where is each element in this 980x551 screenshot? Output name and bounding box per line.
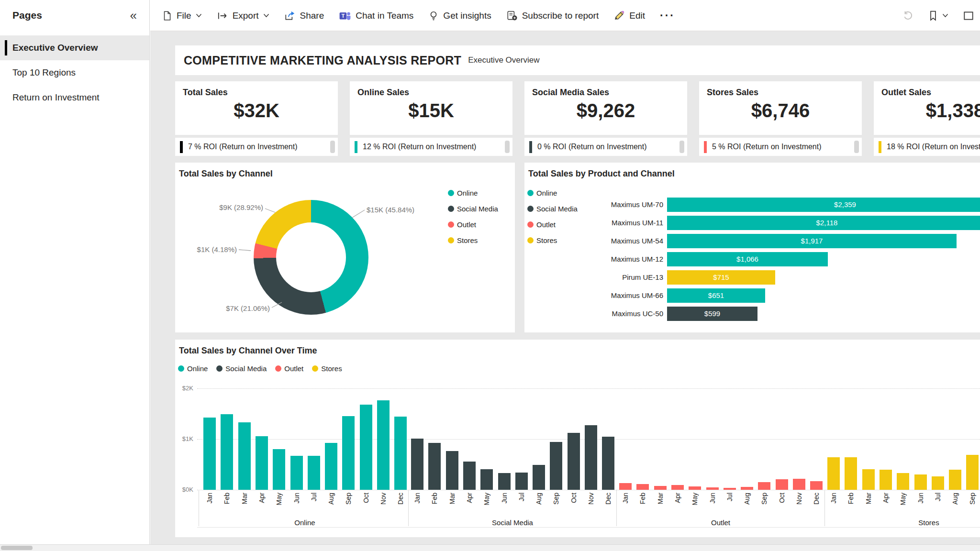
column-social-media-may[interactable] [480, 469, 493, 490]
bar-maximus-um-66[interactable]: $651 [667, 288, 765, 303]
donut-chart[interactable] [254, 200, 368, 315]
chevron-down-icon [942, 13, 948, 18]
toolbar-get-insights[interactable]: Get insights [428, 11, 491, 21]
legend-item-stores[interactable]: Stores [527, 236, 578, 244]
column-social-media-mar[interactable] [446, 451, 458, 490]
column-stores-jul[interactable] [932, 476, 944, 490]
column-social-media-sep[interactable] [550, 442, 562, 490]
column-outlet-jul[interactable] [724, 488, 736, 490]
bar-value-label: $2,359 [667, 198, 980, 212]
column-outlet-aug[interactable] [741, 487, 753, 490]
column-online-sep[interactable] [342, 416, 355, 490]
column-social-media-dec[interactable] [602, 437, 614, 490]
legend-item-online[interactable]: Online [527, 189, 578, 197]
kpi-card-1: Total Sales$32K [175, 81, 338, 135]
column-outlet-jun[interactable] [706, 487, 719, 490]
column-stores-feb[interactable] [845, 457, 857, 490]
column-online-jul[interactable] [308, 456, 320, 490]
column-social-media-oct[interactable] [568, 433, 580, 490]
bar-maximus-um-70[interactable]: $2,359 [667, 198, 980, 212]
column-social-media-nov[interactable] [585, 425, 597, 490]
bar-pirum-ue-13[interactable]: $715 [667, 270, 775, 285]
column-outlet-apr[interactable] [671, 485, 684, 490]
toolbar-chat-in-teams-label: Chat in Teams [356, 11, 413, 21]
column-outlet-dec[interactable] [810, 481, 823, 490]
selected-page-indicator [5, 40, 7, 55]
column-online-may[interactable] [273, 449, 285, 490]
toolbar-chat-in-teams[interactable]: TChat in Teams [339, 11, 413, 21]
column-online-mar[interactable] [238, 422, 251, 490]
horizontal-scrollbar[interactable] [0, 544, 980, 551]
sidebar-item-label: Top 10 Regions [12, 67, 76, 78]
toolbar-more-options[interactable]: ··· [660, 9, 675, 22]
roi-scrollbar-thumb[interactable] [330, 141, 335, 153]
roi-scrollbar-thumb[interactable] [854, 141, 859, 153]
column-social-media-jan[interactable] [411, 439, 423, 490]
column-stores-jan[interactable] [827, 457, 840, 490]
column-outlet-oct[interactable] [776, 479, 788, 490]
collapse-pane-icon[interactable]: « [130, 11, 137, 20]
column-social-media-apr[interactable] [463, 462, 476, 490]
column-outlet-mar[interactable] [654, 486, 667, 490]
column-outlet-jan[interactable] [619, 483, 632, 490]
column-online-oct[interactable] [360, 405, 372, 490]
toolbar-view-mode[interactable] [963, 11, 974, 21]
toolbar-reset-to-default[interactable] [902, 11, 914, 21]
column-online-nov[interactable] [377, 400, 390, 490]
legend-item-stores[interactable]: Stores [312, 364, 342, 373]
toolbar-bookmarks[interactable] [928, 11, 948, 21]
bar-maximus-um-54[interactable]: $1,917 [667, 234, 957, 248]
sidebar-item-return-on-investment[interactable]: Return on Investment [0, 85, 149, 110]
column-online-jan[interactable] [203, 418, 216, 490]
pages-panel-title: Pages [12, 10, 42, 21]
column-outlet-sep[interactable] [758, 482, 770, 490]
sidebar-item-top-10-regions[interactable]: Top 10 Regions [0, 60, 149, 85]
legend-item-outlet[interactable]: Outlet [448, 220, 498, 229]
roi-scrollbar-thumb[interactable] [505, 141, 510, 153]
toolbar-subscribe-to-report-label: Subscribe to report [522, 11, 599, 21]
bar-maximus-um-12[interactable]: $1,066 [667, 252, 828, 266]
legend-item-social-media[interactable]: Social Media [527, 205, 578, 213]
column-outlet-nov[interactable] [793, 479, 805, 490]
toolbar-edit[interactable]: Edit [613, 11, 645, 21]
column-stores-mar[interactable] [862, 469, 875, 490]
legend-item-social-media[interactable]: Social Media [216, 364, 267, 373]
column-stores-apr[interactable] [880, 470, 892, 490]
column-social-media-jul[interactable] [515, 473, 528, 490]
toolbar-file[interactable]: File [162, 11, 202, 21]
legend-item-online[interactable]: Online [178, 364, 208, 373]
legend-item-outlet[interactable]: Outlet [275, 364, 303, 373]
column-stores-jun[interactable] [914, 474, 927, 490]
bar-maximus-um-11[interactable]: $2,118 [667, 216, 980, 230]
column-online-jun[interactable] [290, 456, 303, 490]
toolbar-subscribe-to-report[interactable]: Subscribe to report [506, 11, 599, 21]
sidebar-item-executive-overview[interactable]: Executive Overview [0, 35, 149, 60]
legend-dot [178, 365, 184, 372]
horizontal-scrollbar-thumb[interactable] [1, 546, 33, 550]
column-social-media-feb[interactable] [428, 443, 441, 490]
column-online-dec[interactable] [394, 417, 407, 490]
toolbar-export[interactable]: Export [217, 11, 269, 21]
column-stores-aug[interactable] [949, 470, 961, 490]
bar-maximus-uc-50[interactable]: $599 [667, 307, 757, 321]
column-outlet-feb[interactable] [636, 484, 649, 490]
column-social-media-aug[interactable] [533, 465, 545, 490]
legend-item-stores[interactable]: Stores [448, 236, 498, 244]
column-stores-sep[interactable] [966, 455, 979, 490]
column-social-media-jun[interactable] [498, 473, 511, 490]
column-online-aug[interactable] [325, 443, 337, 490]
sidebar-item-label: Executive Overview [12, 43, 98, 53]
file-icon [162, 11, 172, 21]
column-stores-may[interactable] [897, 473, 909, 490]
svg-text:T: T [342, 12, 345, 18]
toolbar-share[interactable]: Share [284, 11, 324, 21]
column-online-apr[interactable] [256, 436, 268, 490]
legend-item-outlet[interactable]: Outlet [527, 220, 578, 229]
column-online-feb[interactable] [221, 414, 233, 490]
legend-item-online[interactable]: Online [448, 189, 498, 197]
column-outlet-may[interactable] [689, 486, 701, 490]
roi-scrollbar-thumb[interactable] [679, 141, 684, 153]
x-axis-month-label: Apr [882, 493, 889, 514]
roi-text: 18 % ROI (Return on Investment) [887, 143, 980, 151]
y-axis-tick-label: $0K [176, 486, 193, 493]
